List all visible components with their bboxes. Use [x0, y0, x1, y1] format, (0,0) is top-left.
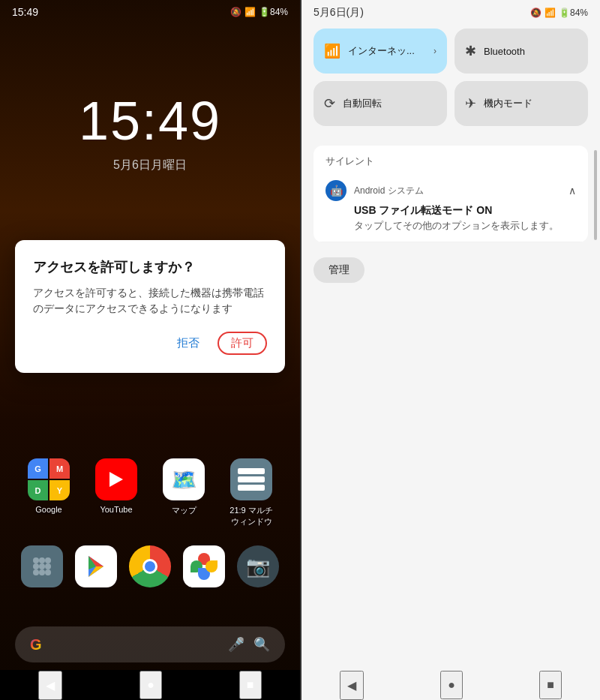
- app-item-maps[interactable]: 🗺️ マップ: [157, 458, 211, 527]
- internet-tile-arrow: ›: [434, 46, 436, 56]
- multiwin-icon: [230, 458, 272, 500]
- app-row-2: 📷: [15, 545, 285, 592]
- app-item-play[interactable]: [69, 545, 123, 592]
- airplane-tile-label: 機内モード: [484, 97, 578, 110]
- svg-point-4: [39, 563, 45, 569]
- play-triangle: [110, 472, 123, 487]
- bell-icon: 🔕: [230, 7, 242, 17]
- clock-time: 15:49: [0, 90, 300, 152]
- notif-expand-icon[interactable]: ∧: [568, 185, 576, 197]
- back-button-right[interactable]: ◀: [340, 671, 364, 700]
- notif-app-name: Android システム: [354, 185, 561, 197]
- app-item-chrome[interactable]: [123, 545, 177, 592]
- dialog-title: アクセスを許可しますか？: [33, 258, 267, 276]
- app-item-launcher[interactable]: [15, 545, 69, 592]
- app-label-youtube: YouTube: [100, 505, 132, 514]
- autorotate-tile-label: 自動回転: [343, 97, 436, 110]
- play-store-icon: [75, 545, 117, 587]
- home-button-right[interactable]: ●: [440, 671, 463, 699]
- access-dialog: アクセスを許可しますか？ アクセスを許可すると、接続した機器は携帯電話のデータに…: [15, 240, 285, 373]
- android-app-icon: 🤖: [326, 180, 346, 201]
- deny-button[interactable]: 拒否: [171, 333, 206, 353]
- status-bar-left: 15:49 🔕 📶 🔋84%: [0, 0, 300, 21]
- status-icons-right: 🔕 📶 🔋84%: [530, 8, 588, 18]
- right-panel: 5月6日(月) 🔕 📶 🔋84% 📶 インターネッ... › ✱ Bluetoo…: [302, 0, 600, 700]
- svg-point-6: [33, 569, 39, 575]
- airplane-tile[interactable]: ✈ 機内モード: [454, 81, 588, 126]
- notif-item-header: 🤖 Android システム ∧: [326, 180, 576, 201]
- wifi-icon-right: 📶: [544, 8, 556, 18]
- app-grid: G M D Y Google YouTube 🗺️ マップ: [0, 458, 300, 610]
- app-label-google: Google: [35, 505, 62, 514]
- chrome-icon: [129, 545, 171, 587]
- clock-container: 15:49 5月6日月曜日: [0, 90, 300, 173]
- back-button[interactable]: ◀: [38, 671, 62, 700]
- qs-row-2: ⟳ 自動回転 ✈ 機内モード: [314, 81, 588, 126]
- status-date: 5月6日(月): [314, 6, 364, 20]
- dialog-message: アクセスを許可すると、接続した機器は携帯電話のデータにアクセスできるようになりま…: [33, 285, 267, 317]
- home-button[interactable]: ●: [140, 671, 162, 699]
- qs-row-1: 📶 インターネッ... › ✱ Bluetooth: [314, 29, 588, 74]
- wifi-icon: 📶: [244, 7, 256, 17]
- svg-point-3: [33, 563, 39, 569]
- search-bar[interactable]: G 🎤 🔍: [15, 626, 285, 662]
- allow-button[interactable]: 許可: [218, 332, 267, 355]
- bluetooth-tile[interactable]: ✱ Bluetooth: [454, 29, 588, 74]
- app-label-maps: マップ: [172, 505, 196, 516]
- app-item-photos[interactable]: [177, 545, 231, 592]
- battery-icon: 🔋84%: [259, 7, 288, 17]
- autorotate-tile[interactable]: ⟳ 自動回転: [314, 81, 447, 126]
- app-item-google[interactable]: G M D Y Google: [22, 458, 76, 527]
- manage-button[interactable]: 管理: [314, 257, 364, 283]
- lens-icon[interactable]: 🔍: [254, 636, 270, 653]
- dialog-buttons: 拒否 許可: [33, 332, 267, 355]
- svg-point-2: [45, 557, 51, 563]
- wifi-tile-icon: 📶: [324, 43, 340, 59]
- launcher-icon: [21, 545, 63, 587]
- bluetooth-tile-label: Bluetooth: [484, 46, 578, 57]
- left-panel: 15:49 🔕 📶 🔋84% 15:49 5月6日月曜日 アクセスを許可しますか…: [0, 0, 300, 700]
- notif-subtitle: タップしてその他のオプションを表示します。: [326, 219, 576, 233]
- app-item-multiwin[interactable]: 21:9 マルチウィンドウ: [224, 458, 278, 527]
- status-bar-right: 5月6日(月) 🔕 📶 🔋84%: [302, 0, 600, 23]
- rotate-tile-icon: ⟳: [324, 95, 335, 112]
- notif-title: USB ファイル転送モード ON: [326, 204, 576, 218]
- camera-icon: 📷: [237, 545, 279, 587]
- app-label-multiwin: 21:9 マルチウィンドウ: [230, 505, 272, 527]
- bottom-nav-right: ◀ ● ■: [302, 670, 600, 700]
- svg-point-5: [45, 563, 51, 569]
- app-row-1: G M D Y Google YouTube 🗺️ マップ: [15, 458, 285, 527]
- scroll-indicator: [594, 150, 597, 240]
- bell-icon-right: 🔕: [530, 8, 542, 18]
- bottom-nav-left: ◀ ● ■: [0, 670, 300, 700]
- recents-button-right[interactable]: ■: [539, 671, 562, 699]
- status-icons-left: 🔕 📶 🔋84%: [230, 7, 288, 17]
- svg-point-1: [39, 557, 45, 563]
- battery-icon-right: 🔋84%: [559, 8, 588, 18]
- mic-icon[interactable]: 🎤: [228, 636, 244, 653]
- time-display: 15:49: [12, 6, 38, 18]
- clock-date: 5月6日月曜日: [0, 158, 300, 173]
- svg-point-8: [45, 569, 51, 575]
- notification-area: サイレント 🤖 Android システム ∧ USB ファイル転送モード ON …: [314, 146, 588, 242]
- photos-icon: [183, 545, 225, 587]
- bluetooth-tile-icon: ✱: [465, 43, 476, 59]
- recents-button[interactable]: ■: [239, 671, 262, 699]
- maps-icon: 🗺️: [163, 458, 205, 500]
- internet-tile[interactable]: 📶 インターネッ... ›: [314, 29, 447, 74]
- svg-point-0: [33, 557, 39, 563]
- app-item-camera[interactable]: 📷: [231, 545, 285, 592]
- quick-settings: 📶 インターネッ... › ✱ Bluetooth ⟳ 自動回転 ✈ 機内モード: [302, 23, 600, 140]
- airplane-tile-icon: ✈: [465, 95, 476, 112]
- notif-header: サイレント: [314, 146, 588, 171]
- google-g-logo: G: [30, 636, 42, 653]
- svg-point-7: [39, 569, 45, 575]
- notif-item-android: 🤖 Android システム ∧ USB ファイル転送モード ON タップしてそ…: [314, 171, 588, 242]
- internet-tile-label: インターネッ...: [348, 44, 426, 58]
- google-icon: G M D Y: [28, 458, 70, 500]
- app-item-youtube[interactable]: YouTube: [89, 458, 143, 527]
- youtube-icon: [95, 458, 137, 500]
